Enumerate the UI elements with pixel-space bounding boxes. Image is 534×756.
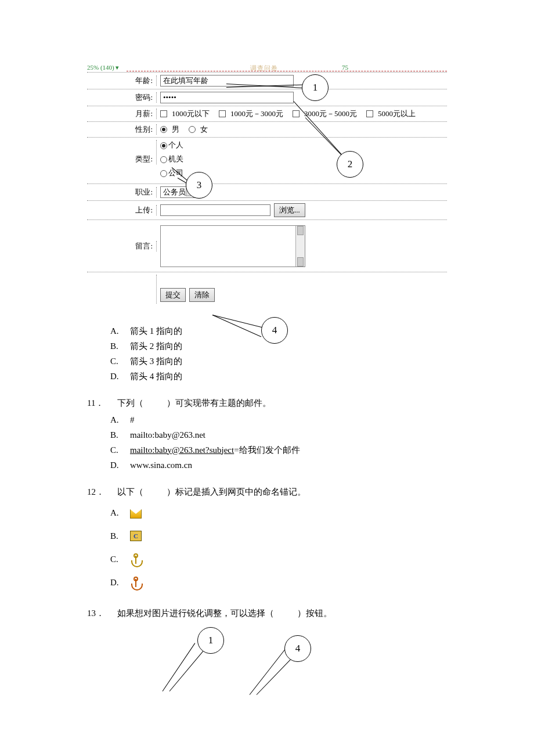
anchor-icon: [130, 577, 140, 588]
row-password: 密码:: [87, 89, 447, 106]
q11-options: A.# B.mailto:baby@263.net C.mailto:baby@…: [110, 412, 447, 473]
row-salary: 月薪: 1000元以下 1000元－3000元 3000元－5000元 5000…: [87, 106, 447, 122]
type-opt-1-radio[interactable]: [160, 142, 167, 149]
q12-opt-d: D.: [110, 571, 447, 594]
q13-figure: 1 4: [163, 627, 447, 697]
message-scrollbar[interactable]: [295, 226, 305, 267]
salary-opt-2-label: 1000元－3000元: [230, 109, 283, 119]
row-upload: 上传: 浏览...: [87, 201, 447, 220]
q11-opt-a: A.#: [110, 412, 447, 427]
type-opt-1-label: 个人: [168, 141, 183, 149]
clear-button[interactable]: 清除: [189, 288, 215, 302]
row-gender: 性别: 男 女: [87, 122, 447, 138]
q13: 13． 如果想对图片进行锐化调整，可以选择（）按钮。 1 4: [87, 602, 447, 697]
q11-opt-d: D.www.sina.com.cn: [110, 458, 447, 473]
survey-form: 年龄: 密码: 月薪: 1000元以下 1000元－3000元 3000元－50…: [87, 72, 447, 306]
gender-opt-female-label: 女: [200, 124, 208, 135]
form-editor-figure: 25% (140) ▾ 调查问卷 75 年龄: 密码: 月薪:: [87, 64, 447, 306]
type-opt-2-radio[interactable]: [160, 156, 167, 163]
age-input[interactable]: [160, 75, 294, 87]
q11-opt-b: B.mailto:baby@263.net: [110, 427, 447, 442]
label-type: 类型:: [87, 140, 157, 164]
named-anchor-icon: [130, 553, 140, 565]
q11-opt-c: C.mailto:baby@263.net?subject=给我们发个邮件: [110, 442, 447, 458]
ruler-guideline: [127, 71, 447, 71]
q13-callout-4: 4: [284, 635, 311, 662]
type-opt-2-label: 机关: [168, 154, 183, 163]
label-gender: 性别:: [87, 124, 157, 135]
label-upload: 上传:: [87, 205, 157, 215]
q12-opt-a: A.: [110, 501, 447, 524]
submit-button[interactable]: 提交: [160, 288, 186, 302]
row-job: 职业: 公务员: [87, 184, 447, 201]
label-age: 年龄:: [87, 75, 157, 86]
upload-path-input[interactable]: [160, 204, 270, 216]
salary-opt-1-label: 1000元以下: [172, 109, 210, 119]
q12-opt-c: C.: [110, 548, 447, 571]
editor-ruler: 25% (140) ▾ 调查问卷 75: [87, 64, 447, 72]
mail-icon: [130, 507, 142, 519]
callout-3: 3: [186, 172, 212, 199]
q13-callout-1: 1: [197, 627, 224, 654]
row-message: 留言:: [87, 220, 447, 272]
q13-callout-1-line-a: [163, 643, 196, 691]
salary-opt-3-label: 3000元－5000元: [304, 109, 357, 119]
q13-stem: 13． 如果想对图片进行锐化调整，可以选择（）按钮。: [87, 602, 447, 620]
row-type: 类型: 个人 机关 公司: [87, 138, 447, 184]
gender-opt-female-radio[interactable]: [189, 126, 196, 133]
ruler-left-label: 25% (140) ▾: [87, 64, 120, 71]
q12-opt-b: B.C: [110, 524, 447, 548]
actions-spacer: [87, 275, 157, 304]
q11: 11． 下列（）可实现带有主题的邮件。 A.# B.mailto:baby@26…: [87, 392, 447, 473]
salary-opt-3-checkbox[interactable]: [293, 110, 300, 117]
salary-opt-4-label: 5000元以上: [378, 109, 416, 119]
salary-opt-2-checkbox[interactable]: [219, 110, 226, 117]
row-age: 年龄:: [87, 73, 447, 89]
label-job: 职业:: [87, 187, 157, 197]
salary-opt-1-checkbox[interactable]: [160, 110, 167, 117]
q13-callout-4-line-a: [250, 649, 286, 694]
q12: 12． 以下（）标记是插入到网页中的命名锚记。 A. B.C C. D.: [87, 481, 447, 594]
q10-opt-c: C.箭头 3 指向的: [110, 354, 447, 369]
q12-options: A. B.C C. D.: [110, 501, 447, 594]
q12-stem: 12． 以下（）标记是插入到网页中的命名锚记。: [87, 481, 447, 499]
label-salary: 月薪:: [87, 109, 157, 119]
salary-opt-4-checkbox[interactable]: [366, 110, 373, 117]
row-actions: 提交 清除: [87, 272, 447, 306]
q11-stem: 11． 下列（）可实现带有主题的邮件。: [87, 392, 447, 410]
label-password: 密码:: [87, 92, 157, 103]
label-message: 留言:: [87, 241, 157, 251]
callout-2: 2: [337, 151, 363, 178]
callout-4: 4: [261, 317, 288, 344]
css-icon: C: [130, 531, 142, 541]
q10-opt-d: D.箭头 4 指向的: [110, 369, 447, 384]
gender-opt-male-label: 男: [172, 124, 179, 135]
message-textarea[interactable]: [160, 225, 305, 267]
password-input[interactable]: [160, 92, 294, 103]
type-opt-3-radio[interactable]: [160, 170, 167, 177]
callout-1: 1: [302, 74, 329, 101]
browse-button[interactable]: 浏览...: [274, 203, 305, 217]
job-dropdown-value: 公务员: [163, 187, 186, 197]
gender-opt-male-radio[interactable]: [160, 126, 167, 133]
ruler-right-label: 75: [342, 64, 348, 71]
